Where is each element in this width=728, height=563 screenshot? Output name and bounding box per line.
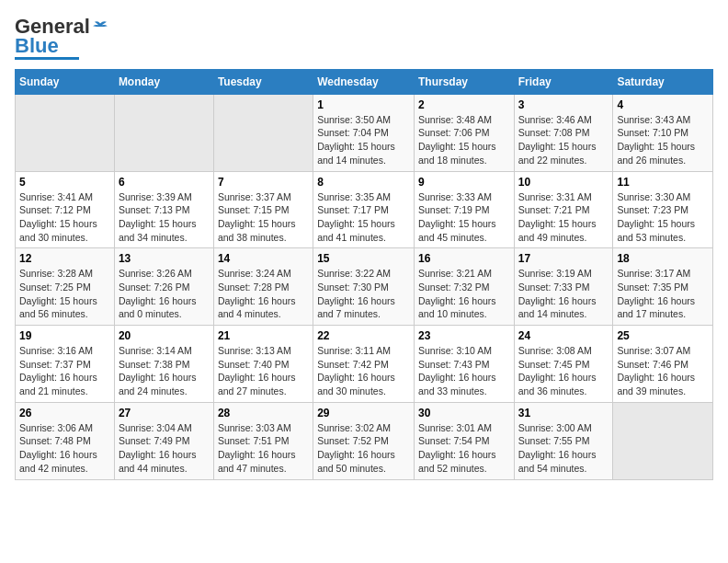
day-info: Sunrise: 3:50 AM Sunset: 7:04 PM Dayligh… bbox=[317, 113, 410, 167]
weekday-header-tuesday: Tuesday bbox=[213, 69, 313, 94]
calendar-cell: 20Sunrise: 3:14 AM Sunset: 7:38 PM Dayli… bbox=[114, 326, 213, 403]
day-info: Sunrise: 3:30 AM Sunset: 7:23 PM Dayligh… bbox=[617, 190, 709, 245]
weekday-header-friday: Friday bbox=[514, 69, 613, 94]
calendar-cell: 10Sunrise: 3:31 AM Sunset: 7:21 PM Dayli… bbox=[514, 171, 613, 248]
day-info: Sunrise: 3:01 AM Sunset: 7:54 PM Dayligh… bbox=[418, 421, 510, 476]
day-info: Sunrise: 3:06 AM Sunset: 7:48 PM Dayligh… bbox=[19, 421, 110, 476]
calendar-cell: 6Sunrise: 3:39 AM Sunset: 7:13 PM Daylig… bbox=[114, 171, 213, 248]
day-number: 12 bbox=[19, 252, 110, 265]
day-number: 1 bbox=[317, 98, 410, 111]
day-number: 23 bbox=[418, 329, 510, 342]
calendar-cell: 26Sunrise: 3:06 AM Sunset: 7:48 PM Dayli… bbox=[16, 402, 115, 479]
calendar-cell: 23Sunrise: 3:10 AM Sunset: 7:43 PM Dayli… bbox=[414, 326, 514, 403]
day-number: 25 bbox=[617, 329, 709, 342]
day-info: Sunrise: 3:17 AM Sunset: 7:35 PM Dayligh… bbox=[617, 267, 709, 321]
calendar-week-row: 1Sunrise: 3:50 AM Sunset: 7:04 PM Daylig… bbox=[16, 94, 713, 171]
day-number: 8 bbox=[317, 176, 410, 189]
calendar-cell: 31Sunrise: 3:00 AM Sunset: 7:55 PM Dayli… bbox=[514, 402, 613, 479]
calendar-table: SundayMondayTuesdayWednesdayThursdayFrid… bbox=[15, 69, 713, 480]
weekday-header-monday: Monday bbox=[114, 69, 213, 94]
day-info: Sunrise: 3:22 AM Sunset: 7:30 PM Dayligh… bbox=[317, 267, 410, 321]
calendar-cell: 12Sunrise: 3:28 AM Sunset: 7:25 PM Dayli… bbox=[16, 248, 115, 326]
day-info: Sunrise: 3:13 AM Sunset: 7:40 PM Dayligh… bbox=[218, 344, 309, 398]
calendar-cell: 28Sunrise: 3:03 AM Sunset: 7:51 PM Dayli… bbox=[213, 402, 313, 479]
calendar-cell: 19Sunrise: 3:16 AM Sunset: 7:37 PM Dayli… bbox=[16, 326, 115, 403]
calendar-cell: 27Sunrise: 3:04 AM Sunset: 7:49 PM Dayli… bbox=[114, 402, 213, 479]
day-number: 5 bbox=[19, 176, 110, 189]
calendar-cell: 7Sunrise: 3:37 AM Sunset: 7:15 PM Daylig… bbox=[213, 171, 313, 248]
day-number: 13 bbox=[119, 252, 210, 265]
day-info: Sunrise: 3:26 AM Sunset: 7:26 PM Dayligh… bbox=[119, 267, 210, 321]
day-number: 4 bbox=[617, 98, 709, 111]
day-info: Sunrise: 3:37 AM Sunset: 7:15 PM Dayligh… bbox=[218, 190, 309, 245]
day-info: Sunrise: 3:48 AM Sunset: 7:06 PM Dayligh… bbox=[418, 113, 510, 167]
day-info: Sunrise: 3:31 AM Sunset: 7:21 PM Dayligh… bbox=[518, 190, 609, 245]
day-info: Sunrise: 3:02 AM Sunset: 7:52 PM Dayligh… bbox=[317, 421, 410, 476]
calendar-cell: 2Sunrise: 3:48 AM Sunset: 7:06 PM Daylig… bbox=[414, 94, 514, 171]
day-number: 19 bbox=[19, 329, 110, 342]
day-number: 7 bbox=[218, 176, 309, 189]
day-info: Sunrise: 3:46 AM Sunset: 7:08 PM Dayligh… bbox=[518, 113, 609, 167]
calendar-cell: 30Sunrise: 3:01 AM Sunset: 7:54 PM Dayli… bbox=[414, 402, 514, 479]
calendar-cell: 16Sunrise: 3:21 AM Sunset: 7:32 PM Dayli… bbox=[414, 248, 514, 326]
day-number: 31 bbox=[518, 407, 609, 419]
day-info: Sunrise: 3:19 AM Sunset: 7:33 PM Dayligh… bbox=[518, 267, 609, 321]
day-number: 20 bbox=[119, 329, 210, 342]
weekday-header-thursday: Thursday bbox=[414, 69, 514, 94]
logo: General Blue bbox=[15, 15, 108, 60]
day-info: Sunrise: 3:07 AM Sunset: 7:46 PM Dayligh… bbox=[617, 344, 709, 398]
day-info: Sunrise: 3:04 AM Sunset: 7:49 PM Dayligh… bbox=[119, 421, 210, 476]
calendar-cell bbox=[114, 94, 213, 171]
calendar-cell: 18Sunrise: 3:17 AM Sunset: 7:35 PM Dayli… bbox=[613, 248, 713, 326]
day-info: Sunrise: 3:03 AM Sunset: 7:51 PM Dayligh… bbox=[218, 421, 309, 476]
day-info: Sunrise: 3:41 AM Sunset: 7:12 PM Dayligh… bbox=[19, 190, 110, 245]
day-number: 14 bbox=[218, 252, 309, 265]
day-number: 28 bbox=[218, 407, 309, 419]
day-info: Sunrise: 3:16 AM Sunset: 7:37 PM Dayligh… bbox=[19, 344, 110, 398]
calendar-cell: 22Sunrise: 3:11 AM Sunset: 7:42 PM Dayli… bbox=[313, 326, 415, 403]
day-number: 24 bbox=[518, 329, 609, 342]
calendar-cell: 5Sunrise: 3:41 AM Sunset: 7:12 PM Daylig… bbox=[16, 171, 115, 248]
calendar-week-row: 19Sunrise: 3:16 AM Sunset: 7:37 PM Dayli… bbox=[16, 326, 713, 403]
calendar-cell bbox=[213, 94, 313, 171]
day-info: Sunrise: 3:43 AM Sunset: 7:10 PM Dayligh… bbox=[617, 113, 709, 167]
day-info: Sunrise: 3:10 AM Sunset: 7:43 PM Dayligh… bbox=[418, 344, 510, 398]
calendar-week-row: 26Sunrise: 3:06 AM Sunset: 7:48 PM Dayli… bbox=[16, 402, 713, 479]
day-number: 9 bbox=[418, 176, 510, 189]
calendar-cell: 11Sunrise: 3:30 AM Sunset: 7:23 PM Dayli… bbox=[613, 171, 713, 248]
day-info: Sunrise: 3:00 AM Sunset: 7:55 PM Dayligh… bbox=[518, 421, 609, 476]
day-number: 26 bbox=[19, 407, 110, 419]
calendar-cell: 1Sunrise: 3:50 AM Sunset: 7:04 PM Daylig… bbox=[313, 94, 415, 171]
calendar-cell: 9Sunrise: 3:33 AM Sunset: 7:19 PM Daylig… bbox=[414, 171, 514, 248]
weekday-header-sunday: Sunday bbox=[16, 69, 115, 94]
calendar-cell bbox=[16, 94, 115, 171]
day-info: Sunrise: 3:21 AM Sunset: 7:32 PM Dayligh… bbox=[418, 267, 510, 321]
logo-bird-icon bbox=[92, 20, 108, 33]
day-info: Sunrise: 3:11 AM Sunset: 7:42 PM Dayligh… bbox=[317, 344, 410, 398]
calendar-cell: 24Sunrise: 3:08 AM Sunset: 7:45 PM Dayli… bbox=[514, 326, 613, 403]
day-info: Sunrise: 3:35 AM Sunset: 7:17 PM Dayligh… bbox=[317, 190, 410, 245]
day-info: Sunrise: 3:14 AM Sunset: 7:38 PM Dayligh… bbox=[119, 344, 210, 398]
weekday-header-saturday: Saturday bbox=[613, 69, 713, 94]
day-number: 10 bbox=[518, 176, 609, 189]
calendar-cell: 13Sunrise: 3:26 AM Sunset: 7:26 PM Dayli… bbox=[114, 248, 213, 326]
day-number: 29 bbox=[317, 407, 410, 419]
day-info: Sunrise: 3:33 AM Sunset: 7:19 PM Dayligh… bbox=[418, 190, 510, 245]
day-number: 17 bbox=[518, 252, 609, 265]
header: General Blue bbox=[15, 15, 713, 60]
calendar-cell: 21Sunrise: 3:13 AM Sunset: 7:40 PM Dayli… bbox=[213, 326, 313, 403]
calendar-week-row: 5Sunrise: 3:41 AM Sunset: 7:12 PM Daylig… bbox=[16, 171, 713, 248]
day-number: 30 bbox=[418, 407, 510, 419]
calendar-cell: 3Sunrise: 3:46 AM Sunset: 7:08 PM Daylig… bbox=[514, 94, 613, 171]
calendar-cell: 14Sunrise: 3:24 AM Sunset: 7:28 PM Dayli… bbox=[213, 248, 313, 326]
weekday-header-wednesday: Wednesday bbox=[313, 69, 415, 94]
calendar-cell: 15Sunrise: 3:22 AM Sunset: 7:30 PM Dayli… bbox=[313, 248, 415, 326]
day-number: 2 bbox=[418, 98, 510, 111]
day-number: 3 bbox=[518, 98, 609, 111]
day-number: 11 bbox=[617, 176, 709, 189]
day-number: 27 bbox=[119, 407, 210, 419]
calendar-cell: 8Sunrise: 3:35 AM Sunset: 7:17 PM Daylig… bbox=[313, 171, 415, 248]
day-number: 16 bbox=[418, 252, 510, 265]
calendar-cell: 25Sunrise: 3:07 AM Sunset: 7:46 PM Dayli… bbox=[613, 326, 713, 403]
day-number: 15 bbox=[317, 252, 410, 265]
